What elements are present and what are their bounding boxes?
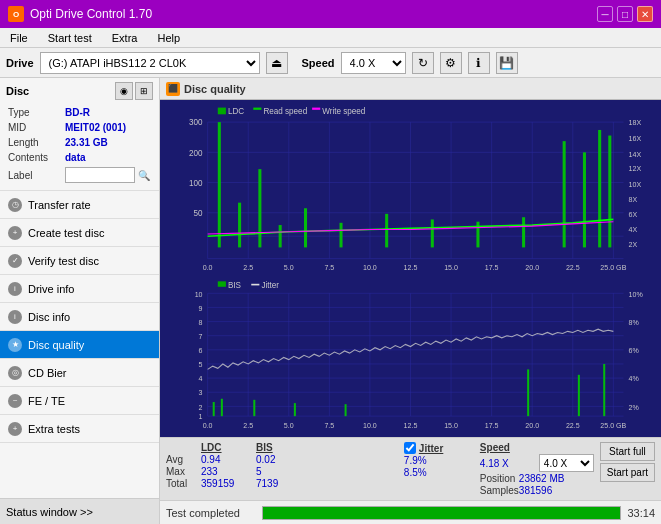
disc-table: Type BD-R MID MEIT02 (001) Length 23.31 … (6, 104, 153, 186)
chart2-svg: 10 9 8 7 6 5 4 3 2 1 10% 8% 6% 4% 2% (162, 277, 659, 435)
app-icon: O (8, 6, 24, 22)
svg-text:Jitter: Jitter (261, 280, 279, 290)
titlebar-title: Opti Drive Control 1.70 (30, 7, 152, 21)
speed-position-section: Speed 4.18 X 4.0 X 1.0 X 2.0 X 6.0 X (480, 442, 594, 496)
position-val: 23862 MB (519, 473, 565, 484)
disc-label-mid: MID (8, 121, 63, 134)
cd-bier-icon: ◎ (8, 366, 22, 380)
status-window-button[interactable]: Status window >> (0, 498, 159, 524)
disc-label-label: Label (8, 166, 63, 184)
sidebar-item-drive-info[interactable]: i Drive info (0, 275, 159, 303)
svg-text:7: 7 (199, 332, 203, 341)
start-part-button[interactable]: Start part (600, 463, 655, 482)
create-test-disc-icon: + (8, 226, 22, 240)
stats-avg-bis: 0.02 (256, 454, 306, 465)
disc-icon-btn2[interactable]: ⊞ (135, 82, 153, 100)
jitter-checkbox[interactable] (404, 442, 416, 454)
svg-rect-54 (385, 214, 388, 248)
svg-text:17.5: 17.5 (485, 421, 499, 430)
svg-text:Write speed: Write speed (322, 106, 365, 116)
svg-rect-52 (304, 208, 307, 247)
stats-header-row: LDC BIS (166, 442, 398, 453)
svg-rect-55 (431, 219, 434, 247)
sidebar-item-extra-tests[interactable]: + Extra tests (0, 415, 159, 443)
progress-bar (262, 506, 621, 520)
svg-rect-118 (345, 405, 347, 417)
sidebar-item-disc-info[interactable]: i Disc info (0, 303, 159, 331)
stats-total-ldc: 359159 (201, 478, 256, 489)
start-full-button[interactable]: Start full (600, 442, 655, 461)
disc-label-type: Type (8, 106, 63, 119)
speed-label: Speed (302, 57, 335, 69)
samples-label: Samples (480, 485, 515, 496)
disc-row-type: Type BD-R (8, 106, 151, 119)
menu-starttest[interactable]: Start test (42, 30, 98, 46)
label-search-icon[interactable]: 🔍 (138, 170, 150, 181)
svg-text:10%: 10% (629, 290, 644, 299)
label-input[interactable] (65, 167, 135, 183)
svg-text:10.0: 10.0 (363, 421, 377, 430)
svg-rect-115 (221, 399, 223, 416)
svg-text:22.5: 22.5 (566, 262, 580, 271)
svg-rect-60 (598, 130, 601, 247)
svg-text:8X: 8X (629, 194, 638, 203)
svg-text:4%: 4% (629, 374, 640, 383)
svg-text:14X: 14X (629, 149, 642, 158)
svg-rect-58 (563, 141, 566, 247)
svg-rect-57 (522, 217, 525, 247)
save-button[interactable]: 💾 (496, 52, 518, 74)
sidebar-item-cd-bier[interactable]: ◎ CD Bier (0, 359, 159, 387)
disc-row-mid: MID MEIT02 (001) (8, 121, 151, 134)
close-button[interactable]: ✕ (637, 6, 653, 22)
eject-button[interactable]: ⏏ (266, 52, 288, 74)
drive-select[interactable]: (G:) ATAPI iHBS112 2 CL0K (40, 52, 260, 74)
disc-quality-icon: ★ (8, 338, 22, 352)
progress-bar-fill (263, 507, 620, 519)
svg-text:10: 10 (195, 290, 203, 299)
drive-info-icon: i (8, 282, 22, 296)
svg-rect-61 (608, 136, 611, 248)
config-button[interactable]: ⚙ (440, 52, 462, 74)
titlebar-controls: ─ □ ✕ (597, 6, 653, 22)
action-buttons: Start full Start part (600, 442, 655, 482)
svg-text:12.5: 12.5 (404, 262, 418, 271)
right-panel: ⬛ Disc quality (160, 78, 661, 524)
sidebar-item-create-test-disc[interactable]: + Create test disc (0, 219, 159, 247)
disc-value-type: BD-R (65, 106, 151, 119)
sidebar-item-transfer-rate[interactable]: ◷ Transfer rate (0, 191, 159, 219)
disc-icon-btn1[interactable]: ◉ (115, 82, 133, 100)
menu-help[interactable]: Help (151, 30, 186, 46)
svg-text:4: 4 (199, 374, 203, 383)
sidebar-item-verify-test-disc[interactable]: ✓ Verify test disc (0, 247, 159, 275)
maximize-button[interactable]: □ (617, 6, 633, 22)
jitter-avg: 7.9% (404, 455, 474, 466)
sidebar-item-disc-quality[interactable]: ★ Disc quality (0, 331, 159, 359)
stats-total-label: Total (166, 478, 201, 489)
disc-row-label: Label 🔍 (8, 166, 151, 184)
samples-row: Samples 381596 (480, 485, 594, 496)
samples-val: 381596 (519, 485, 552, 496)
nav-label-verify-test-disc: Verify test disc (28, 255, 99, 267)
menu-file[interactable]: File (4, 30, 34, 46)
disc-title: Disc (6, 85, 29, 97)
jitter-header: Jitter (404, 442, 474, 454)
refresh-button[interactable]: ↻ (412, 52, 434, 74)
nav-label-transfer-rate: Transfer rate (28, 199, 91, 211)
sidebar-item-fe-te[interactable]: ~ FE / TE (0, 387, 159, 415)
svg-rect-48 (218, 122, 221, 247)
menu-extra[interactable]: Extra (106, 30, 144, 46)
svg-text:17.5: 17.5 (485, 262, 499, 271)
speed-select[interactable]: 4.0 X 1.0 X 2.0 X 6.0 X 8.0 X (341, 52, 406, 74)
svg-rect-121 (603, 364, 605, 416)
svg-rect-59 (583, 152, 586, 247)
speed-max-row: Position 23862 MB (480, 473, 594, 484)
minimize-button[interactable]: ─ (597, 6, 613, 22)
stats-speed-select[interactable]: 4.0 X 1.0 X 2.0 X 6.0 X (539, 454, 594, 472)
status-window-label: Status window >> (6, 506, 93, 518)
disc-value-mid: MEIT02 (001) (65, 121, 151, 134)
info-button[interactable]: ℹ (468, 52, 490, 74)
svg-text:8: 8 (199, 318, 203, 327)
svg-rect-116 (253, 400, 255, 416)
svg-text:4X: 4X (629, 224, 638, 233)
svg-text:LDC: LDC (228, 106, 244, 116)
